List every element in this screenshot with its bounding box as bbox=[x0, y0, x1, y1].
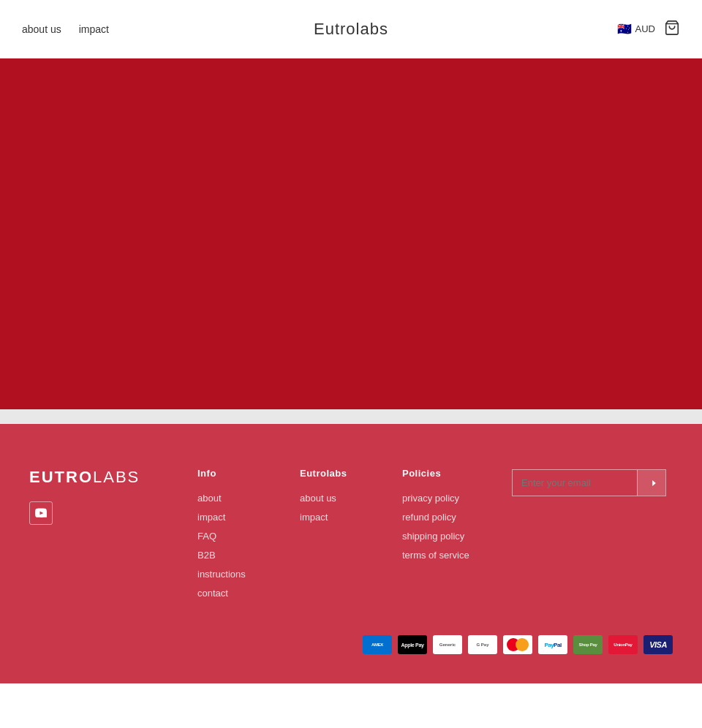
payment-mastercard bbox=[503, 635, 532, 654]
payment-amex: AMEX bbox=[363, 635, 392, 654]
footer-separator bbox=[0, 409, 702, 424]
flag-icon: 🇦🇺 bbox=[617, 22, 632, 36]
header-logo[interactable]: Eutrolabs bbox=[314, 20, 388, 39]
payment-shopify-pay: Shop Pay bbox=[573, 635, 603, 654]
footer-link-b2b[interactable]: B2B bbox=[197, 550, 216, 561]
footer-policies-links: privacy policy refund policy shipping po… bbox=[402, 492, 490, 561]
youtube-button[interactable] bbox=[29, 501, 53, 525]
footer-link-privacy[interactable]: privacy policy bbox=[402, 493, 459, 504]
footer-link-instructions[interactable]: instructions bbox=[197, 569, 246, 580]
footer-link-faq[interactable]: FAQ bbox=[197, 531, 216, 542]
footer-eutrolabs-link-impact[interactable]: impact bbox=[300, 512, 328, 523]
header-nav: about us impact bbox=[22, 23, 109, 35]
footer-top: EUTROLABS Info about impact FAQ B2B inst… bbox=[29, 468, 673, 606]
newsletter-email-input[interactable] bbox=[513, 470, 637, 496]
payment-methods: AMEX Apple Pay Generic G Pay PayPal Shop… bbox=[29, 635, 673, 654]
list-item: impact bbox=[197, 511, 278, 523]
list-item: terms of service bbox=[402, 549, 490, 561]
footer-link-contact[interactable]: contact bbox=[197, 588, 228, 599]
footer-logo: EUTROLABS bbox=[29, 468, 176, 487]
cart-button[interactable] bbox=[664, 20, 680, 38]
hero-banner bbox=[0, 58, 702, 409]
youtube-icon bbox=[35, 507, 47, 519]
payment-google-pay: G Pay bbox=[468, 635, 497, 654]
list-item: privacy policy bbox=[402, 492, 490, 504]
currency-label: AUD bbox=[635, 23, 655, 34]
footer-logo-light: LABS bbox=[93, 468, 140, 486]
list-item: about bbox=[197, 492, 278, 504]
footer-policies-col: Policies privacy policy refund policy sh… bbox=[402, 468, 490, 568]
list-item: about us bbox=[300, 492, 380, 504]
header-right: 🇦🇺 AUD bbox=[617, 20, 680, 38]
newsletter-input-wrap bbox=[512, 469, 666, 496]
footer-eutrolabs-col: Eutrolabs about us impact bbox=[300, 468, 380, 530]
list-item: B2B bbox=[197, 549, 278, 561]
footer-eutrolabs-link-about[interactable]: about us bbox=[300, 493, 336, 504]
footer-info-heading: Info bbox=[197, 468, 278, 479]
footer-info-links: about impact FAQ B2B instructions contac… bbox=[197, 492, 278, 599]
footer-newsletter bbox=[512, 468, 673, 496]
footer-brand: EUTROLABS bbox=[29, 468, 176, 525]
footer: EUTROLABS Info about impact FAQ B2B inst… bbox=[0, 424, 702, 683]
currency-selector[interactable]: 🇦🇺 AUD bbox=[617, 22, 655, 36]
list-item: refund policy bbox=[402, 511, 490, 523]
list-item: shipping policy bbox=[402, 530, 490, 542]
footer-link-impact[interactable]: impact bbox=[197, 512, 225, 523]
footer-link-shipping[interactable]: shipping policy bbox=[402, 531, 464, 542]
footer-link-about[interactable]: about bbox=[197, 493, 222, 504]
payment-apple-pay: Apple Pay bbox=[398, 635, 427, 654]
footer-policies-heading: Policies bbox=[402, 468, 490, 479]
footer-logo-bold: EUTRO bbox=[29, 468, 93, 486]
nav-about-us[interactable]: about us bbox=[22, 23, 61, 35]
footer-eutrolabs-heading: Eutrolabs bbox=[300, 468, 380, 479]
nav-impact[interactable]: impact bbox=[79, 23, 109, 35]
list-item: FAQ bbox=[197, 530, 278, 542]
footer-link-terms[interactable]: terms of service bbox=[402, 550, 469, 561]
payment-unionpay: UnionPay bbox=[608, 635, 638, 654]
footer-eutrolabs-links: about us impact bbox=[300, 492, 380, 523]
list-item: impact bbox=[300, 511, 380, 523]
payment-generic: Generic bbox=[433, 635, 462, 654]
cart-icon bbox=[664, 20, 680, 36]
list-item: contact bbox=[197, 587, 278, 599]
newsletter-submit-button[interactable] bbox=[637, 470, 665, 496]
list-item: instructions bbox=[197, 568, 278, 580]
header: about us impact Eutrolabs 🇦🇺 AUD bbox=[0, 0, 702, 58]
payment-paypal: PayPal bbox=[538, 635, 567, 654]
footer-link-refund[interactable]: refund policy bbox=[402, 512, 456, 523]
payment-visa: VISA bbox=[644, 635, 673, 654]
subscribe-arrow-icon bbox=[646, 478, 657, 488]
footer-info-col: Info about impact FAQ B2B instructions c… bbox=[197, 468, 278, 606]
